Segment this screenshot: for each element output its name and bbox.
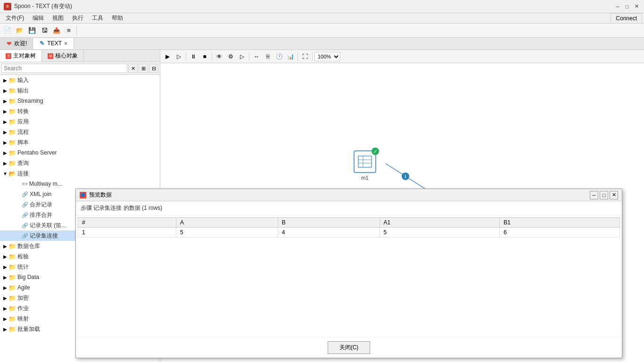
folder-transform-icon: 📁 xyxy=(8,108,16,115)
canvas-sep2 xyxy=(212,52,212,61)
monitor-button[interactable]: 📊 xyxy=(285,51,296,62)
search-input[interactable] xyxy=(1,64,127,73)
tab-welcome[interactable]: ❤ 欢迎! xyxy=(0,38,33,49)
tree-label-encrypt: 加密 xyxy=(17,294,29,302)
node-m1-icon xyxy=(357,155,372,168)
hop-button[interactable]: ↔ xyxy=(251,51,262,62)
export-button[interactable]: 📤 xyxy=(51,25,62,36)
pause-button[interactable]: ⏸ xyxy=(188,51,198,62)
schedule-button[interactable]: 🕐 xyxy=(274,51,284,62)
tree-label-record-set-join: 记录集连接 xyxy=(30,232,58,240)
dialog-close-button[interactable]: ✕ xyxy=(610,191,618,199)
menu-help[interactable]: 帮助 xyxy=(108,13,127,23)
tree-item-query[interactable]: ▶ 📁 查询 xyxy=(0,158,160,168)
tree-label-job: 作业 xyxy=(17,304,29,313)
tab-text[interactable]: ✎ TEXT ✕ xyxy=(33,38,74,49)
settings-button[interactable]: ⚙ xyxy=(225,51,236,62)
folder-pentaho-icon: 📁 xyxy=(8,149,16,156)
menu-execute[interactable]: 执行 xyxy=(68,13,87,23)
tree-label-apply: 应用 xyxy=(17,118,29,126)
arrow-output: ▶ xyxy=(2,88,8,93)
canvas-sep3 xyxy=(249,52,249,61)
node-m1[interactable]: ✓ m1 xyxy=(354,150,376,181)
folder-query-icon: 📁 xyxy=(8,160,16,166)
stop-button[interactable]: ■ xyxy=(199,51,210,62)
tab-welcome-label: 欢迎! xyxy=(14,40,27,48)
xmljoin-file-icon: 🔗 xyxy=(22,191,28,197)
copy-button[interactable]: ⎘ xyxy=(263,51,273,62)
tree-item-multiway[interactable]: >> Multiway m... xyxy=(0,179,160,189)
preview-button[interactable]: 👁 xyxy=(214,51,224,62)
left-panel-tabs: 主 主对象树 核 核心对象 xyxy=(0,50,160,62)
new-button[interactable]: 📄 xyxy=(2,25,13,36)
tree-item-apply[interactable]: ▶ 📁 应用 xyxy=(0,116,160,127)
tree-label-stats: 统计 xyxy=(17,263,29,271)
arrow-bulkload: ▶ xyxy=(2,327,8,332)
arrow-input: ▶ xyxy=(2,78,8,83)
tree-item-output[interactable]: ▶ 📁 输出 xyxy=(0,85,160,96)
cell-b1: 6 xyxy=(500,228,620,238)
col-b1: B1 xyxy=(500,218,620,228)
preview-dialog[interactable]: 🔵 预览数据 ─ □ ✕ 步骤 记录集连接 的数据 (1 rows) # A B xyxy=(75,189,622,358)
tab-core-objects[interactable]: 核 核心对象 xyxy=(42,50,84,62)
next-button[interactable]: ▷ xyxy=(237,51,247,62)
search-clear-button[interactable]: ✕ xyxy=(128,64,138,73)
maximize-button[interactable]: □ xyxy=(623,3,631,10)
folder-job-icon: 📁 xyxy=(8,305,16,312)
window-title: Spoon - TEXT (有变动) xyxy=(14,2,72,10)
tree-item-script[interactable]: ▶ 📁 脚本 xyxy=(0,137,160,148)
folder-output-icon: 📁 xyxy=(8,87,16,94)
node-m1-box: ✓ xyxy=(354,150,376,173)
tree-item-connect[interactable]: ▼ 📂 连接 xyxy=(0,168,160,179)
dialog-table-area[interactable]: # A B A1 B1 1 5 4 5 6 xyxy=(76,215,622,337)
tab-main-objects[interactable]: 主 主对象树 xyxy=(0,50,42,62)
folder-encrypt-icon: 📁 xyxy=(8,295,16,301)
tree-item-pentaho[interactable]: ▶ 📁 Pentaho Server xyxy=(0,148,160,158)
canvas-sep4 xyxy=(297,52,298,61)
tree-label-mapping: 映射 xyxy=(17,315,29,323)
dialog-maximize-button[interactable]: □ xyxy=(600,191,608,199)
tree-item-transform[interactable]: ▶ 📁 转换 xyxy=(0,106,160,116)
close-button[interactable]: ✕ xyxy=(633,3,640,10)
tree-label-merge-records: 合并记录 xyxy=(30,201,52,209)
svg-point-3 xyxy=(402,173,409,180)
zoom-select[interactable]: 100% 50% 75% 125% 150% 200% xyxy=(314,52,340,61)
arrow-check: ▶ xyxy=(2,254,8,259)
dialog-titlebar: 🔵 预览数据 ─ □ ✕ xyxy=(76,189,622,201)
menu-tools[interactable]: 工具 xyxy=(88,13,107,23)
folder-input-icon: 📁 xyxy=(8,77,16,83)
tree-item-streaming[interactable]: ▶ 📁 Streaming xyxy=(0,96,160,106)
tab-text-close[interactable]: ✕ xyxy=(64,41,68,47)
save-all-button[interactable]: 💾 xyxy=(26,25,38,36)
search-expand-button[interactable]: ⊞ xyxy=(139,64,148,73)
tree-item-input[interactable]: ▶ 📁 输入 xyxy=(0,75,160,85)
arrow-streaming: ▶ xyxy=(2,99,8,104)
menu-view[interactable]: 视图 xyxy=(49,13,67,23)
tree-label-script: 脚本 xyxy=(17,139,29,147)
menu-edit[interactable]: 编辑 xyxy=(29,13,48,23)
layers-button[interactable]: ≡ xyxy=(63,25,74,36)
tree-label-query: 查询 xyxy=(17,159,29,167)
multiway-file-icon: >> xyxy=(22,181,28,187)
run-preview-button[interactable]: ▷ xyxy=(173,51,184,62)
search-collapse-button[interactable]: ⊟ xyxy=(149,64,158,73)
open-button[interactable]: 📂 xyxy=(14,25,25,36)
save-button[interactable]: 🖫 xyxy=(39,25,50,36)
tree-label-sort-merge: 排序合并 xyxy=(30,211,52,219)
tree-label-pentaho: Pentaho Server xyxy=(17,149,57,156)
tree-item-flow[interactable]: ▶ 📁 流程 xyxy=(0,127,160,137)
dialog-minimize-button[interactable]: ─ xyxy=(590,191,598,199)
expand-button[interactable]: ⛶ xyxy=(300,51,310,62)
run-button[interactable]: ▶ xyxy=(162,51,173,62)
folder-flow-icon: 📁 xyxy=(8,129,16,135)
dialog-subtitle: 步骤 记录集连接 的数据 (1 rows) xyxy=(76,201,622,215)
folder-connect-icon: 📂 xyxy=(8,170,16,177)
close-dialog-button[interactable]: 关闭(C) xyxy=(328,341,371,354)
connect-button[interactable]: Connect xyxy=(611,13,642,24)
folder-streaming-icon: 📁 xyxy=(8,98,16,104)
tab-welcome-icon: ❤ xyxy=(6,41,12,47)
minimize-button[interactable]: ─ xyxy=(614,3,621,10)
tree-label-connect: 连接 xyxy=(17,170,29,178)
toolbar-separator xyxy=(76,26,77,35)
menu-file[interactable]: 文件(F) xyxy=(2,13,28,23)
